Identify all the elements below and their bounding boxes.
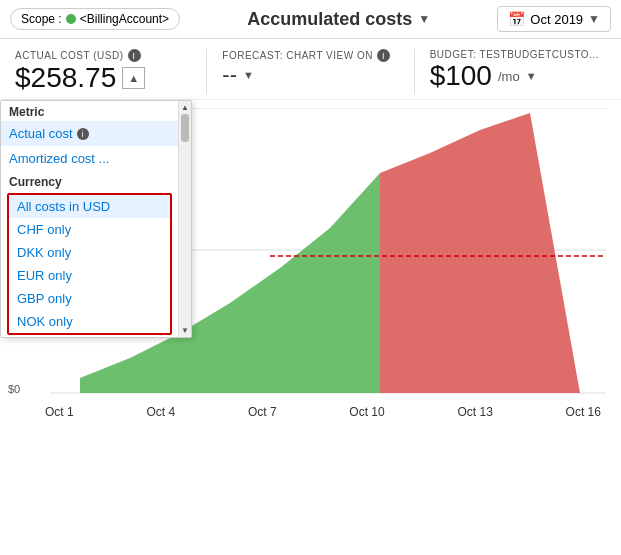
actual-cost-toggle-button[interactable]: ▲ — [122, 67, 145, 89]
date-chevron-icon: ▼ — [588, 12, 600, 26]
currency-dkk[interactable]: DKK only — [9, 241, 170, 264]
currency-eur[interactable]: EUR only — [9, 264, 170, 287]
x-label-oct4: Oct 4 — [146, 405, 175, 419]
x-axis: Oct 1 Oct 4 Oct 7 Oct 10 Oct 13 Oct 16 — [45, 403, 601, 419]
scroll-up-arrow[interactable]: ▲ — [181, 103, 189, 112]
red-area — [380, 113, 580, 393]
forecast-label: FORECAST: CHART VIEW ON i — [222, 49, 398, 62]
date-range-selector[interactable]: 📅 Oct 2019 ▼ — [497, 6, 611, 32]
budget-label: BUDGET: TESTBUDGETCUSTO... — [430, 49, 606, 60]
dropdown-list: Metric Actual cost i Amortized cost ... … — [1, 101, 178, 337]
accumulated-costs-label: Accumulated costs — [247, 9, 412, 30]
forecast-info-icon[interactable]: i — [377, 49, 390, 62]
budget-chevron-icon: ▼ — [526, 70, 537, 82]
x-label-oct16: Oct 16 — [566, 405, 601, 419]
metric-amortized-cost[interactable]: Amortized cost ... — [1, 146, 178, 171]
dropdown-scrollbar[interactable]: ▲ ▼ — [178, 101, 191, 337]
currency-chf[interactable]: CHF only — [9, 218, 170, 241]
y-label-0: $0 — [8, 383, 26, 395]
metric-section-label: Metric — [1, 101, 178, 121]
budget-block: BUDGET: TESTBUDGETCUSTO... $100 /mo ▼ — [430, 49, 606, 92]
dropdown-content: Metric Actual cost i Amortized cost ... … — [1, 101, 191, 337]
scope-value: <BillingAccount> — [80, 12, 169, 26]
currency-section-label: Currency — [1, 171, 178, 191]
scope-dot — [66, 14, 76, 24]
date-range-label: Oct 2019 — [530, 12, 583, 27]
title-section: Accumulated costs ▼ — [190, 9, 487, 30]
calendar-icon: 📅 — [508, 11, 525, 27]
accumulated-costs-button[interactable]: Accumulated costs ▼ — [247, 9, 430, 30]
actual-cost-block: ACTUAL COST (USD) i $258.75 ▲ — [15, 49, 191, 94]
currency-gbp[interactable]: GBP only — [9, 287, 170, 310]
actual-cost-value: $258.75 ▲ — [15, 62, 191, 94]
budget-value: $100 /mo ▼ — [430, 60, 606, 92]
x-label-oct1: Oct 1 — [45, 405, 74, 419]
scrollbar-thumb[interactable] — [181, 114, 189, 142]
scope-label: Scope : — [21, 12, 62, 26]
top-bar: Scope : <BillingAccount> Accumulated cos… — [0, 0, 621, 39]
x-label-oct10: Oct 10 — [349, 405, 384, 419]
chevron-down-icon: ▼ — [418, 12, 430, 26]
scroll-down-arrow[interactable]: ▼ — [181, 326, 189, 335]
forecast-block: FORECAST: CHART VIEW ON i -- ▼ — [222, 49, 398, 88]
currency-options-group: All costs in USD CHF only DKK only EUR o… — [7, 193, 172, 335]
forecast-value: -- ▼ — [222, 62, 398, 88]
actual-cost-info-icon[interactable]: i — [128, 49, 141, 62]
chart-area: $0 $50 Oct 1 Oct 4 Oct 7 Oct 10 Oct 13 O… — [0, 100, 621, 475]
divider-2 — [414, 49, 415, 94]
metric-actual-cost[interactable]: Actual cost i — [1, 121, 178, 146]
metric-currency-dropdown: Metric Actual cost i Amortized cost ... … — [0, 100, 192, 338]
x-label-oct7: Oct 7 — [248, 405, 277, 419]
scope-selector[interactable]: Scope : <BillingAccount> — [10, 8, 180, 30]
actual-cost-dropdown-info[interactable]: i — [77, 128, 89, 140]
currency-all-usd[interactable]: All costs in USD — [9, 195, 170, 218]
divider-1 — [206, 49, 207, 94]
actual-cost-label: ACTUAL COST (USD) i — [15, 49, 191, 62]
currency-nok[interactable]: NOK only — [9, 310, 170, 333]
forecast-chevron-icon: ▼ — [243, 69, 254, 81]
x-label-oct13: Oct 13 — [457, 405, 492, 419]
stats-row: ACTUAL COST (USD) i $258.75 ▲ FORECAST: … — [0, 39, 621, 100]
